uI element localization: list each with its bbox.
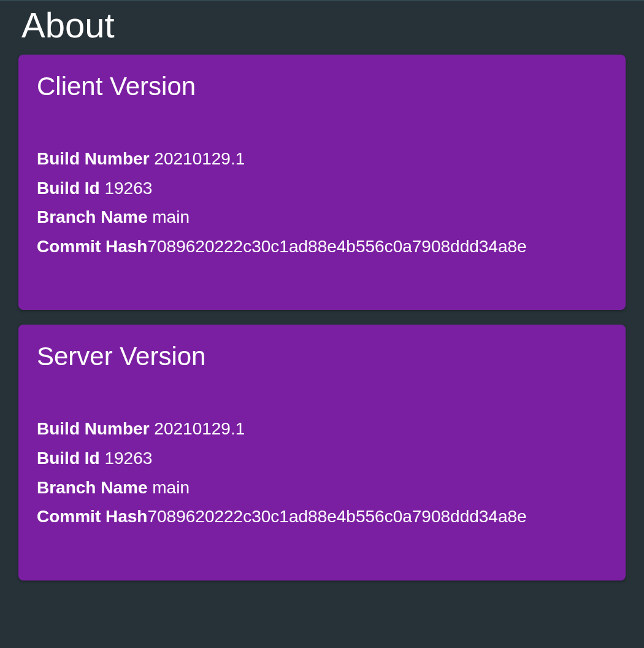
server-commit-hash-label: Commit Hash xyxy=(37,507,147,526)
server-build-number-label: Build Number xyxy=(37,419,150,438)
client-build-id-value: 19263 xyxy=(104,179,152,198)
server-version-card: Server Version Build Number 20210129.1 B… xyxy=(18,325,626,580)
client-version-title: Client Version xyxy=(37,72,607,101)
client-branch-name-label: Branch Name xyxy=(37,207,148,226)
client-build-number-row: Build Number 20210129.1 xyxy=(37,144,607,174)
server-build-id-value: 19263 xyxy=(104,449,152,468)
client-build-id-row: Build Id 19263 xyxy=(37,174,607,203)
server-build-id-label: Build Id xyxy=(37,449,100,468)
server-branch-name-value: main xyxy=(152,478,190,497)
server-build-number-value: 20210129.1 xyxy=(154,419,245,438)
page-title: About xyxy=(0,1,644,55)
client-commit-hash-label: Commit Hash xyxy=(37,237,147,256)
client-version-card: Client Version Build Number 20210129.1 B… xyxy=(18,55,626,310)
server-commit-hash-value: 7089620222c30c1ad88e4b556c0a7908ddd34a8e xyxy=(147,507,526,526)
server-branch-name-label: Branch Name xyxy=(37,478,148,497)
client-build-number-value: 20210129.1 xyxy=(154,149,245,168)
server-version-title: Server Version xyxy=(37,342,607,371)
server-commit-hash-row: Commit Hash7089620222c30c1ad88e4b556c0a7… xyxy=(37,502,607,531)
client-commit-hash-row: Commit Hash7089620222c30c1ad88e4b556c0a7… xyxy=(37,232,607,261)
server-build-number-row: Build Number 20210129.1 xyxy=(37,414,607,444)
client-commit-hash-value: 7089620222c30c1ad88e4b556c0a7908ddd34a8e xyxy=(147,237,526,256)
server-build-id-row: Build Id 19263 xyxy=(37,444,607,473)
server-branch-name-row: Branch Name main xyxy=(37,473,607,503)
client-build-number-label: Build Number xyxy=(37,149,150,168)
client-branch-name-row: Branch Name main xyxy=(37,202,607,232)
client-branch-name-value: main xyxy=(152,207,190,226)
client-build-id-label: Build Id xyxy=(37,179,100,198)
